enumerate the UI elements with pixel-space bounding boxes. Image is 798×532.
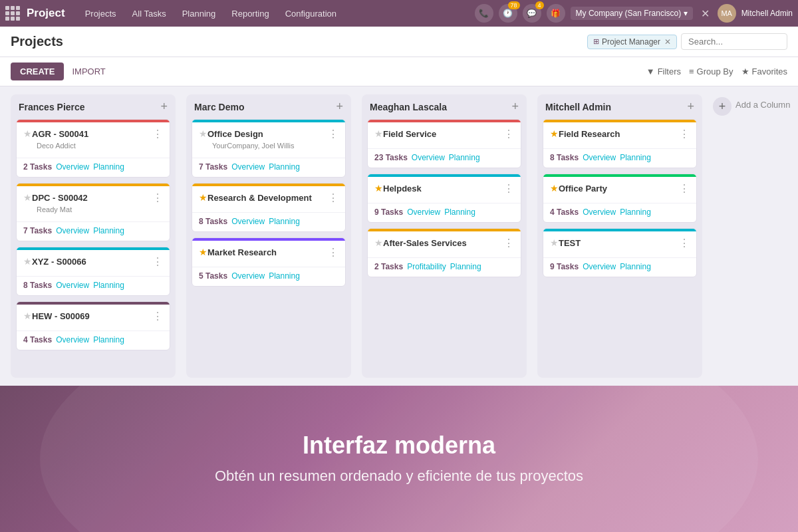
add-project-button[interactable]: + (336, 100, 343, 114)
card-menu-button[interactable]: ⋮ (328, 246, 338, 259)
card-link-planning[interactable]: Planning (449, 153, 480, 162)
phone-icon[interactable]: 📞 (475, 4, 493, 23)
card-link-overview[interactable]: Overview (412, 153, 445, 162)
card-menu-button[interactable]: ⋮ (679, 128, 690, 140)
star-icon[interactable]: ★ (550, 128, 559, 139)
star-icon[interactable]: ★ (23, 256, 32, 267)
promo-section: Interfaz moderna Obtén un resumen ordena… (0, 386, 798, 532)
card-title: Market Research (207, 247, 277, 257)
card-link-overview[interactable]: Overview (231, 271, 265, 281)
avatar[interactable]: MA (718, 4, 736, 23)
nav-menu-item-reporting[interactable]: Reporting (225, 6, 275, 21)
project-card-card-field-service[interactable]: ★Field Service⋮23 TasksOverviewPlanning (367, 119, 521, 168)
remove-filter-icon[interactable]: ✕ (664, 37, 671, 47)
card-link-overview[interactable]: Overview (583, 153, 616, 162)
card-top: ★Market Research⋮ (199, 246, 338, 259)
card-menu-button[interactable]: ⋮ (503, 237, 514, 249)
project-card-card-field-research[interactable]: ★Field Research⋮8 TasksOverviewPlanning (543, 119, 697, 168)
star-icon[interactable]: ★ (23, 192, 32, 203)
add-project-button[interactable]: + (160, 100, 168, 114)
task-count: 4 Tasks (23, 335, 52, 344)
star-icon[interactable]: ★ (199, 247, 207, 257)
chat-icon[interactable]: 💬 4 (523, 4, 541, 23)
nav-menu-item-planning[interactable]: Planning (176, 6, 223, 21)
star-icon[interactable]: ★ (23, 311, 32, 321)
card-link-overview[interactable]: Overview (56, 335, 89, 344)
active-filter-tag[interactable]: ⊞ Project Manager ✕ (587, 35, 677, 49)
nav-menu-item-all-tasks[interactable]: All Tasks (126, 6, 173, 21)
project-card-card-test[interactable]: ★TEST⋮9 TasksOverviewPlanning (543, 228, 697, 277)
card-menu-button[interactable]: ⋮ (679, 237, 690, 249)
close-button[interactable]: ✕ (698, 5, 712, 23)
card-link-overview[interactable]: Overview (231, 162, 265, 172)
import-button[interactable]: IMPORT (72, 66, 105, 76)
star-icon[interactable]: ★ (550, 183, 559, 194)
card-link-planning[interactable]: Planning (93, 281, 124, 290)
card-link-overview[interactable]: Overview (231, 217, 265, 226)
card-menu-button[interactable]: ⋮ (152, 255, 163, 268)
create-button[interactable]: CREATE (11, 63, 64, 80)
add-project-button[interactable]: + (511, 100, 519, 114)
nav-menu-item-configuration[interactable]: Configuration (279, 6, 343, 21)
gift-icon[interactable]: 🎁 (547, 4, 565, 23)
card-menu-button[interactable]: ⋮ (152, 192, 163, 204)
card-menu-button[interactable]: ⋮ (503, 128, 514, 140)
star-icon[interactable]: ★ (199, 192, 207, 203)
card-link-overview[interactable]: Overview (407, 207, 440, 217)
card-menu-button[interactable]: ⋮ (328, 128, 338, 140)
star-icon[interactable]: ★ (374, 183, 383, 194)
card-link-planning[interactable]: Planning (93, 162, 124, 172)
grid-menu-icon[interactable] (5, 6, 20, 21)
groupby-button[interactable]: ≡ Group By (689, 66, 733, 76)
card-link-planning[interactable]: Planning (93, 335, 124, 344)
company-selector[interactable]: My Company (San Francisco) ▾ (571, 7, 693, 20)
project-card-card-agr[interactable]: ★AGR - S00041⋮Deco Addict2 TasksOverview… (16, 119, 170, 178)
add-project-button[interactable]: + (687, 100, 694, 114)
card-menu-button[interactable]: ⋮ (152, 310, 163, 323)
project-card-card-rd[interactable]: ★Research & Development⋮8 TasksOverviewP… (192, 183, 346, 232)
favorites-button[interactable]: ★ Favorites (741, 66, 787, 76)
add-column-label[interactable]: Add a Column (735, 97, 790, 110)
project-card-card-helpdesk[interactable]: ★Helpdesk⋮9 TasksOverviewPlanning (367, 174, 521, 223)
nav-menu-item-projects[interactable]: Projects (78, 6, 123, 21)
clock-messages-icon[interactable]: 🕐 78 (499, 4, 517, 23)
project-card-card-office-design[interactable]: ★Office Design⋮YourCompany, Joel Willis7… (192, 119, 346, 178)
card-menu-button[interactable]: ⋮ (503, 182, 514, 195)
filters-button[interactable]: ▼ Filters (646, 66, 681, 76)
star-icon[interactable]: ★ (23, 128, 32, 139)
card-link-planning[interactable]: Planning (269, 217, 300, 226)
star-icon[interactable]: ★ (199, 128, 207, 139)
card-link-overview[interactable]: Overview (56, 162, 89, 172)
card-link-planning[interactable]: Planning (620, 207, 651, 217)
project-card-card-xyz[interactable]: ★XYZ - S00066⋮8 TasksOverviewPlanning (16, 247, 170, 296)
card-link-overview[interactable]: Overview (56, 226, 89, 235)
card-link-planning[interactable]: Planning (93, 226, 124, 235)
card-link-planning[interactable]: Planning (620, 153, 651, 162)
card-link-planning[interactable]: Planning (450, 262, 481, 271)
card-link-planning[interactable]: Planning (444, 207, 475, 217)
card-link-overview[interactable]: Overview (583, 262, 616, 271)
card-link-overview[interactable]: Overview (56, 281, 89, 290)
project-card-card-hew[interactable]: ★HEW - S00069⋮4 TasksOverviewPlanning (16, 301, 170, 350)
card-menu-button[interactable]: ⋮ (679, 182, 690, 195)
card-link-planning[interactable]: Planning (269, 271, 300, 281)
project-card-card-market[interactable]: ★Market Research⋮5 TasksOverviewPlanning (192, 237, 346, 287)
card-title: After-Sales Services (383, 238, 467, 248)
project-card-card-after-sales[interactable]: ★After-Sales Services⋮2 TasksProfitabili… (367, 228, 521, 277)
project-card-card-dpc[interactable]: ★DPC - S00042⋮Ready Mat7 TasksOverviewPl… (16, 183, 170, 241)
card-menu-button[interactable]: ⋮ (152, 128, 163, 140)
star-icon[interactable]: ★ (550, 237, 559, 248)
card-link-profitability[interactable]: Profitability (407, 262, 446, 271)
card-link-planning[interactable]: Planning (269, 162, 300, 172)
add-column-button[interactable]: + (713, 97, 732, 116)
card-link-overview[interactable]: Overview (583, 207, 616, 217)
top-nav: Project ProjectsAll TasksPlanningReporti… (0, 0, 798, 27)
star-icon[interactable]: ★ (374, 237, 383, 248)
card-menu-button[interactable]: ⋮ (328, 192, 338, 204)
column-header: Frances Pierce+ (16, 100, 170, 114)
project-card-card-office-party[interactable]: ★Office Party⋮4 TasksOverviewPlanning (543, 174, 697, 223)
search-input[interactable] (681, 33, 787, 50)
star-icon[interactable]: ★ (374, 128, 383, 139)
task-count: 7 Tasks (23, 226, 52, 235)
card-link-planning[interactable]: Planning (620, 262, 651, 271)
